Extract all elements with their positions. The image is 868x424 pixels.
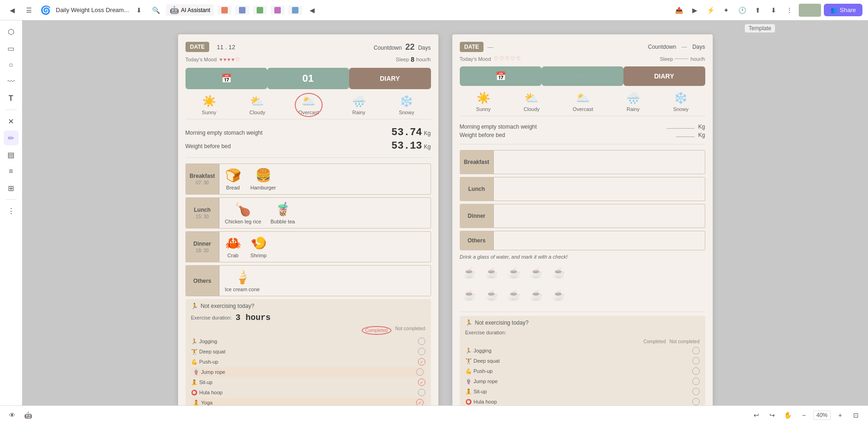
- meal-item-crab[interactable]: 🦀 Crab: [225, 235, 241, 258]
- meal-item-shrimp[interactable]: 🍤 Shrimp: [251, 235, 267, 258]
- ai-assistant-tab[interactable]: 🤖 AI Assistant: [166, 4, 214, 16]
- sidebar-icon-more[interactable]: ⋮: [4, 203, 19, 218]
- morning-weight-value[interactable]: 53.74: [391, 127, 422, 138]
- template-cup-6[interactable]: ☕: [460, 286, 479, 305]
- template-tab-number[interactable]: —: [542, 66, 623, 86]
- template-ex-jogging[interactable]: 🏃 Jogging: [465, 346, 700, 355]
- pushup-checkbox[interactable]: ✓: [418, 358, 425, 365]
- template-pushup-cb[interactable]: [692, 367, 700, 375]
- share-button[interactable]: 👥 Share: [824, 4, 862, 16]
- sidebar-icon-frame[interactable]: ▭: [4, 41, 19, 56]
- sidebar-icon-layer[interactable]: ⊞: [4, 181, 19, 196]
- sidebar-icon-pen[interactable]: 〰: [4, 74, 19, 89]
- template-hula-cb[interactable]: [692, 398, 700, 405]
- template-weather-overcast[interactable]: 🌥️ Overcast: [573, 91, 593, 112]
- exercise-yoga[interactable]: 🧘 Yoga ✓: [191, 398, 425, 405]
- jogging-checkbox[interactable]: [418, 338, 425, 345]
- home-icon[interactable]: 🌀: [39, 4, 52, 17]
- bed-weight-value[interactable]: 53.13: [391, 140, 422, 152]
- template-ex-squat[interactable]: 🏋 Deep squat: [465, 356, 700, 365]
- template-ex-situp[interactable]: 🧘 Sit-up: [465, 387, 700, 396]
- toolbar-icon-4[interactable]: ✦: [720, 4, 733, 17]
- squat-checkbox[interactable]: [418, 348, 425, 355]
- template-ex-pushup[interactable]: 💪 Push-up: [465, 366, 700, 376]
- template-jumprope-cb[interactable]: [692, 378, 700, 385]
- tab-4[interactable]: [271, 6, 285, 15]
- meal-item-chicken-rice[interactable]: 🍗 Chicken leg rice: [225, 202, 261, 224]
- template-dinner-content[interactable]: [494, 204, 705, 228]
- template-cup-5[interactable]: ☕: [549, 263, 569, 283]
- tab-diary[interactable]: DIARY: [349, 68, 431, 89]
- hula-checkbox[interactable]: [418, 389, 425, 396]
- toolbar-icon-2[interactable]: ▶: [688, 4, 701, 17]
- yoga-checkbox[interactable]: ✓: [416, 399, 424, 405]
- meal-item-bread[interactable]: 🍞 Bread: [225, 168, 241, 190]
- weather-snowy[interactable]: ❄️ Snowy: [399, 95, 414, 115]
- template-cup-8[interactable]: ☕: [504, 286, 524, 305]
- collapse-icon[interactable]: ◀: [306, 4, 319, 17]
- toolbar-icon-8[interactable]: ⋮: [783, 4, 796, 17]
- meal-item-hamburger[interactable]: 🍔 Hamburger: [251, 168, 276, 190]
- template-cup-10[interactable]: ☕: [549, 286, 569, 305]
- template-cup-1[interactable]: ☕: [460, 263, 479, 283]
- template-cup-2[interactable]: ☕: [482, 263, 502, 283]
- template-cup-7[interactable]: ☕: [482, 286, 502, 305]
- bottom-icon-2[interactable]: 🤖: [21, 409, 34, 422]
- tab-5[interactable]: [288, 6, 302, 15]
- undo-button[interactable]: ↩: [750, 409, 763, 422]
- weather-rainy[interactable]: 🌧️ Rainy: [352, 95, 366, 115]
- zoom-out-button[interactable]: −: [797, 409, 810, 422]
- template-weather-snowy[interactable]: ❄️ Snowy: [673, 91, 689, 112]
- toolbar-icon-7[interactable]: ⬇: [767, 4, 780, 17]
- toolbar-icon-5[interactable]: 🕐: [735, 4, 749, 17]
- sidebar-icon-text[interactable]: T: [4, 91, 19, 106]
- situp-checkbox[interactable]: ✓: [418, 378, 425, 386]
- template-ex-jumprope[interactable]: 🪢 Jump rope: [465, 377, 700, 386]
- tab-1[interactable]: [218, 6, 232, 15]
- template-situp-cb[interactable]: [692, 388, 700, 395]
- template-ex-hula[interactable]: ⭕ Hula hoop: [465, 397, 700, 405]
- sidebar-icon-select[interactable]: ⬡: [4, 24, 19, 39]
- exercise-jogging[interactable]: 🏃 Jogging: [191, 337, 425, 346]
- sidebar-icon-circle[interactable]: ○: [4, 58, 19, 72]
- exercise-pushup[interactable]: 💪 Push-up ✓: [191, 357, 425, 366]
- template-cup-9[interactable]: ☕: [527, 286, 546, 305]
- template-jogging-cb[interactable]: [692, 347, 700, 354]
- template-tab-diary[interactable]: DIARY: [623, 66, 705, 86]
- template-breakfast-content[interactable]: [494, 150, 705, 174]
- meal-item-ice-cream[interactable]: 🍦 Ice cream cone: [225, 269, 260, 292]
- mood-hearts[interactable]: ♥♥♥♥♡: [219, 57, 241, 63]
- template-mood-hearts[interactable]: ♡♡♡♡♡: [494, 56, 522, 62]
- sidebar-icon-table[interactable]: ▤: [4, 147, 19, 162]
- template-weather-sunny[interactable]: ☀️ Sunny: [476, 91, 490, 112]
- menu-icon[interactable]: ☰: [22, 4, 35, 17]
- template-cup-3[interactable]: ☕: [504, 263, 524, 283]
- exercise-deep-squat[interactable]: 🏋 Deep squat: [191, 347, 425, 356]
- weather-cloudy[interactable]: ⛅ Cloudy: [249, 95, 265, 115]
- tab-calendar[interactable]: 📅: [186, 68, 267, 89]
- sidebar-icon-list[interactable]: ≡: [4, 164, 19, 179]
- search-icon[interactable]: 🔍: [149, 4, 162, 17]
- toolbar-icon-3[interactable]: ⚡: [704, 4, 717, 17]
- weather-sunny[interactable]: ☀️ Sunny: [202, 95, 216, 115]
- toolbar-icon-1[interactable]: 📤: [672, 4, 685, 17]
- zoom-in-button[interactable]: +: [834, 409, 847, 422]
- download-icon[interactable]: ⬇: [133, 4, 146, 17]
- meal-item-bubble-tea[interactable]: 🧋 Bubble tea: [271, 202, 295, 224]
- tab-number[interactable]: 01: [267, 68, 349, 89]
- hand-tool[interactable]: ✋: [782, 409, 795, 422]
- exercise-situp[interactable]: 🧘 Sit-up ✓: [191, 378, 425, 387]
- color-swatch[interactable]: [799, 4, 821, 17]
- redo-button[interactable]: ↪: [766, 409, 779, 422]
- jumprope-checkbox[interactable]: [416, 368, 424, 376]
- template-tab-calendar[interactable]: 📅: [460, 66, 542, 86]
- template-cup-4[interactable]: ☕: [527, 263, 546, 283]
- tab-2[interactable]: [235, 6, 249, 15]
- template-weather-rainy[interactable]: 🌧️ Rainy: [626, 91, 640, 112]
- weather-overcast[interactable]: 🌥️ Overcast: [298, 95, 319, 115]
- template-lunch-content[interactable]: [494, 177, 705, 201]
- fit-screen-button[interactable]: ⊡: [849, 409, 862, 422]
- tab-3[interactable]: [253, 6, 267, 15]
- template-weather-cloudy[interactable]: ⛅ Cloudy: [523, 91, 539, 112]
- exercise-jumprope[interactable]: 🪢 Jump rope: [191, 367, 425, 377]
